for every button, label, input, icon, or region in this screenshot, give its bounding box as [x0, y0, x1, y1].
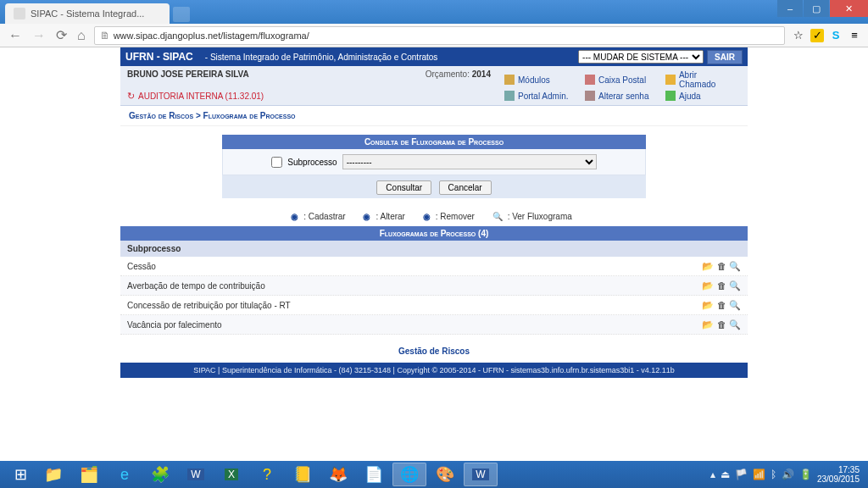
row-delete-icon[interactable] [715, 299, 727, 311]
star-icon[interactable]: ☆ [792, 29, 805, 42]
department: AUDITORIA INTERNA (11.32.01) [127, 90, 499, 102]
home-icon[interactable]: ⌂ [75, 28, 87, 43]
taskbar-excel[interactable]: X [214, 463, 248, 486]
start-button[interactable]: ⊞ [5, 461, 36, 488]
consulta-form: Subprocesso --------- [222, 149, 646, 175]
tray-safe-remove-icon[interactable]: ⏏ [721, 469, 730, 480]
taskbar-paint[interactable]: 🎨 [428, 463, 462, 486]
taskbar-file-explorer[interactable]: 📁 [36, 463, 70, 486]
row-view-icon[interactable] [729, 260, 741, 272]
cadastrar-icon: ◉ [291, 212, 298, 221]
menu-icon[interactable]: ≡ [848, 29, 861, 42]
app-topbar: UFRN - SIPAC - Sistema Integrado de Patr… [120, 47, 748, 66]
reload-icon[interactable]: ⟳ [54, 27, 69, 43]
row-open-icon[interactable] [702, 260, 714, 272]
row-name: Concessão de retribuição por titulação -… [127, 301, 702, 310]
app-subtitle: - Sistema Integrado de Patrimônio, Admin… [205, 53, 438, 62]
orcamento: Orçamento: 2014 [127, 69, 499, 90]
browser-toolbar: ← → ⟳ ⌂ 🗎 www.sipac.djangoplus.net/lista… [0, 24, 868, 47]
taskbar-word-doc[interactable]: W [464, 463, 498, 486]
taskbar-word[interactable]: W [179, 463, 213, 486]
ver-fluxograma-icon: 🔍 [492, 212, 503, 221]
modulos-icon [504, 75, 515, 85]
tray-up-icon[interactable]: ▴ [710, 469, 715, 480]
breadcrumb: Gestão de Riscos > Fluxograma de Process… [120, 106, 748, 126]
user-info-bar: BRUNO JOSE PEREIRA SILVA Orçamento: 2014… [120, 66, 748, 106]
forward-icon[interactable]: → [31, 28, 47, 43]
taskbar-explorer[interactable]: 🗂️ [72, 463, 106, 486]
tray-action-center-icon[interactable]: 🏳️ [735, 469, 748, 480]
table-row: Vacância por falecimento [120, 315, 748, 335]
app-footer: SIPAC | Superintendência de Informática … [120, 363, 748, 378]
browser-tab[interactable]: SIPAC - Sistema Integrad... [5, 3, 170, 24]
taskbar-app3[interactable]: 🦊 [321, 463, 355, 486]
alterar-senha-link[interactable]: Alterar senha [580, 90, 660, 102]
app-title: UFRN - SIPAC [125, 51, 193, 63]
logout-button[interactable]: SAIR [707, 50, 743, 64]
row-name: Averbação de tempo de contribuição [127, 281, 702, 291]
row-view-icon[interactable] [729, 280, 741, 291]
url-text: www.sipac.djangoplus.net/listagem/fluxog… [114, 30, 309, 41]
row-open-icon[interactable] [702, 319, 714, 330]
modulos-link[interactable]: Módulos [499, 69, 580, 90]
row-view-icon[interactable] [729, 299, 741, 311]
norton-icon[interactable]: ✓ [810, 29, 824, 42]
row-name: Cessão [127, 262, 702, 271]
subprocesso-label: Subprocesso [287, 158, 337, 167]
taskbar-chrome[interactable]: 🌐 [392, 463, 426, 486]
system-select[interactable]: --- MUDAR DE SISTEMA --- [578, 50, 704, 64]
taskbar-app4[interactable]: 📄 [357, 463, 391, 486]
row-open-icon[interactable] [702, 280, 714, 291]
browser-titlebar: SIPAC - Sistema Integrad... [0, 0, 868, 24]
window-close-button[interactable] [830, 0, 868, 17]
caixa-postal-link[interactable]: Caixa Postal [580, 69, 660, 90]
table-column-header: Subprocesso [120, 241, 748, 257]
favicon-icon [14, 8, 25, 19]
window-maximize-button[interactable] [804, 0, 829, 17]
back-link[interactable]: Gestão de Riscos [120, 335, 748, 363]
back-icon[interactable]: ← [7, 28, 24, 43]
consulta-title: Consulta de Fluxograma de Processo [222, 135, 646, 149]
taskbar-app2[interactable]: 📒 [286, 463, 320, 486]
table-row: Averbação de tempo de contribuição [120, 276, 748, 296]
globe-icon: 🗎 [100, 30, 110, 42]
subprocesso-select[interactable]: --------- [342, 154, 597, 169]
taskbar-help[interactable]: ? [250, 463, 284, 486]
subprocesso-checkbox[interactable] [271, 157, 282, 168]
action-legend: ◉: Cadastrar ◉: Alterar ◉: Remover 🔍: Ve… [120, 203, 748, 226]
row-delete-icon[interactable] [715, 319, 727, 330]
help-icon [665, 91, 676, 101]
skype-icon[interactable]: S [829, 29, 843, 42]
table-row: Cessão [120, 257, 748, 276]
tray-power-icon[interactable]: 🔋 [799, 469, 812, 480]
row-delete-icon[interactable] [715, 260, 727, 272]
ajuda-link[interactable]: Ajuda [660, 90, 741, 102]
cancelar-button[interactable]: Cancelar [439, 180, 492, 195]
tray-bluetooth-icon[interactable]: ᛒ [771, 469, 776, 480]
address-bar[interactable]: 🗎 www.sipac.djangoplus.net/listagem/flux… [94, 26, 785, 45]
windows-taskbar: ⊞ 📁 🗂️ e 🧩 W X ? 📒 🦊 📄 🌐 🎨 W ▴ ⏏ 🏳️ 📶 ᛒ … [0, 461, 868, 488]
tab-title: SIPAC - Sistema Integrad... [31, 8, 144, 19]
taskbar-app1[interactable]: 🧩 [143, 463, 177, 486]
taskbar-ie[interactable]: e [108, 463, 142, 486]
ticket-icon [665, 75, 676, 85]
portal-admin-link[interactable]: Portal Admin. [499, 90, 580, 102]
tray-clock[interactable]: 17:35 23/09/2015 [817, 465, 860, 484]
table-title: Fluxogramas de Processo (4) [120, 226, 748, 241]
portal-icon [504, 91, 515, 101]
row-view-icon[interactable] [729, 319, 741, 330]
table-row: Concessão de retribuição por titulação -… [120, 296, 748, 315]
window-minimize-button[interactable] [777, 0, 803, 17]
mailbox-icon [585, 75, 595, 85]
row-delete-icon[interactable] [715, 280, 727, 291]
alterar-icon: ◉ [363, 212, 370, 221]
tray-network-icon[interactable]: 📶 [753, 469, 765, 480]
row-open-icon[interactable] [702, 299, 714, 311]
new-tab-button[interactable] [173, 7, 190, 22]
remover-icon: ◉ [423, 212, 431, 221]
tray-volume-icon[interactable]: 🔊 [782, 469, 794, 480]
consultar-button[interactable]: Consultar [376, 180, 431, 195]
row-name: Vacância por falecimento [127, 320, 702, 330]
abrir-chamado-link[interactable]: Abrir Chamado [660, 69, 741, 90]
password-icon [585, 91, 595, 101]
